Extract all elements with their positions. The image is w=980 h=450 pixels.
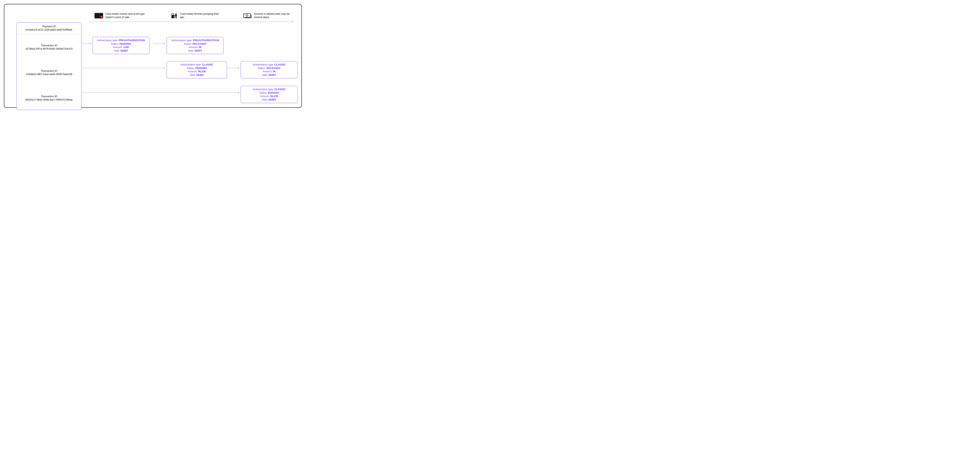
event-text: Account is debited later (can be several…: [254, 12, 294, 19]
card-icon: [94, 13, 103, 18]
svg-rect-5: [176, 15, 177, 16]
auth-card-classic-pending: Authorization type: CLASSIC Status: PEND…: [167, 61, 227, 78]
svg-point-10: [244, 14, 245, 15]
transaction-id-label: Transaction ID: [19, 69, 80, 72]
svg-rect-6: [175, 17, 176, 18]
event-insert-card: Card holder inserts card at the gas stat…: [94, 12, 171, 19]
svg-rect-3: [176, 15, 176, 17]
diagram-frame: Card holder inserts card at the gas stat…: [4, 4, 302, 108]
auth-card-preauth-pending: Authorization type: PREAUTHORIZATION Sta…: [92, 37, 150, 54]
auth-card-preauth-released: Authorization type: PREAUTHORIZATION Sta…: [167, 37, 224, 54]
events-row: Card holder inserts card at the gas stat…: [94, 12, 294, 19]
flow-arrow: [81, 92, 240, 93]
timeline-arrow: [89, 22, 294, 22]
flow-arrow: [153, 43, 165, 44]
svg-point-11: [249, 16, 250, 17]
gas-pump-icon: [171, 12, 178, 19]
transaction-id-value: 31766d1-597a-4979-93d5-1904e73cb315: [19, 47, 80, 50]
svg-point-9: [246, 14, 248, 16]
svg-rect-1: [172, 14, 173, 15]
flow-arrow: [81, 43, 91, 44]
transaction-id-value: f4b201c7-b8a2-454b-8ac7-49937e7df0aa: [19, 98, 80, 101]
svg-rect-8: [243, 14, 250, 17]
event-debit-later: Account is debited later (can be several…: [243, 12, 294, 19]
payment-id-value: e21b8c16-a131-41f8-ab80-0e6f742f65a5: [19, 28, 80, 31]
flow-arrow: [81, 68, 165, 68]
transaction-id-label: Transaction ID: [19, 95, 80, 98]
payment-id-label: Payment ID: [19, 25, 80, 28]
svg-rect-4: [175, 15, 176, 16]
transaction-id-block: Transaction ID 7e5d90cf-4f87-43a4-aee5-d…: [17, 60, 81, 85]
flow-arrow: [227, 68, 240, 68]
transaction-id-label: Transaction ID: [19, 44, 80, 47]
event-pump-gas: Card holder finishes pumping their gas: [171, 12, 243, 19]
cash-icon: [243, 13, 252, 19]
transaction-id-block: Transaction ID 31766d1-597a-4979-93d5-19…: [17, 34, 81, 60]
auth-card-classic-released: Authorization type: CLASSIC Status: RELE…: [241, 61, 298, 78]
id-panel: Payment ID e21b8c16-a131-41f8-ab80-0e6f7…: [16, 22, 81, 110]
event-text: Card holder finishes pumping their gas: [180, 12, 221, 19]
payment-id-block: Payment ID e21b8c16-a131-41f8-ab80-0e6f7…: [17, 22, 81, 34]
svg-point-2: [175, 14, 177, 15]
transaction-id-value: 7e5d90cf-4f87-43a4-aee5-d53f17bdb258: [19, 73, 80, 76]
auth-card-classic-booked: Authorization type: CLASSIC Status: BOOK…: [241, 86, 298, 103]
transaction-id-block: Transaction ID f4b201c7-b8a2-454b-8ac7-4…: [17, 85, 81, 110]
event-text: Card holder inserts card at the gas stat…: [105, 12, 146, 19]
svg-rect-7: [176, 17, 177, 18]
